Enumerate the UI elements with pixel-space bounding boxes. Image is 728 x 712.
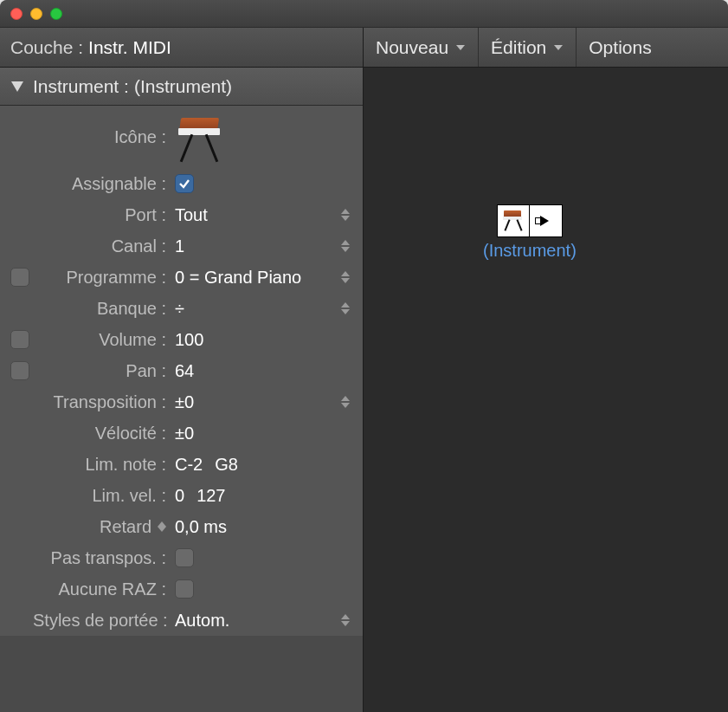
delay-field[interactable]: 0,0 ms [171, 517, 356, 537]
svg-marker-13 [341, 614, 350, 619]
note-limit-high[interactable]: G8 [215, 455, 238, 475]
env-object-icon-tile [497, 204, 530, 237]
pan-value: 64 [175, 361, 194, 381]
delay-mode-stepper[interactable] [158, 521, 166, 532]
svg-marker-8 [341, 309, 350, 314]
channel-field[interactable]: 1 [171, 236, 356, 256]
prop-label-channel: Canal : [33, 236, 171, 256]
prop-label-bank: Banque : [33, 299, 171, 319]
velocity-value: ±0 [175, 424, 194, 443]
svg-marker-6 [341, 278, 350, 283]
svg-marker-12 [158, 527, 166, 532]
prop-label-transpose: Transposition : [33, 392, 171, 412]
transpose-value: ±0 [175, 392, 194, 412]
prop-label-port: Port : [33, 205, 171, 225]
svg-marker-9 [341, 396, 350, 401]
staff-style-value: Autom. [175, 611, 229, 631]
stepper-icon[interactable] [338, 235, 352, 257]
prop-label-velocity: Vélocité : [33, 424, 171, 443]
prop-label-no-transpose: Pas transpos. : [33, 548, 171, 568]
close-window-button[interactable] [10, 8, 23, 20]
stepper-icon[interactable] [338, 266, 352, 288]
pan-enable-checkbox[interactable] [10, 361, 29, 380]
svg-marker-14 [341, 621, 350, 626]
stepper-icon[interactable] [338, 297, 352, 320]
assignable-checkbox[interactable] [175, 174, 194, 193]
layer-selector[interactable]: Couche : Instr. MIDI [0, 28, 363, 68]
program-enable-checkbox[interactable] [10, 268, 29, 287]
prop-label-pan: Pan : [33, 361, 171, 381]
env-object-output-tile [530, 204, 563, 237]
pan-field[interactable]: 64 [171, 361, 356, 381]
section-prefix: Instrument : [33, 76, 129, 97]
layer-value: Instr. MIDI [88, 37, 171, 58]
titlebar [0, 0, 728, 28]
transpose-field[interactable]: ±0 [171, 392, 356, 412]
note-limit-low[interactable]: C-2 [175, 455, 203, 475]
volume-enable-checkbox[interactable] [10, 330, 29, 349]
no-transpose-checkbox[interactable] [175, 548, 194, 567]
edit-menu-label: Édition [491, 37, 546, 58]
channel-value: 1 [175, 236, 184, 256]
svg-marker-4 [341, 247, 350, 252]
svg-marker-1 [341, 209, 350, 214]
prop-label-volume: Volume : [33, 330, 171, 350]
zoom-window-button[interactable] [50, 8, 62, 20]
volume-value: 100 [175, 330, 203, 350]
prop-label-program: Programme : [33, 268, 171, 288]
svg-marker-16 [554, 45, 563, 50]
inspector-panel: Couche : Instr. MIDI Instrument : (Instr… [0, 28, 364, 712]
synth-on-stand-icon [501, 209, 525, 233]
environment-canvas[interactable]: (Instrument) [364, 68, 728, 712]
staff-style-field[interactable]: Autom. [171, 611, 356, 631]
options-menu[interactable]: Options [577, 28, 663, 67]
disclosure-triangle-icon [10, 81, 24, 93]
vel-limit-low[interactable]: 0 [175, 486, 184, 506]
vel-limit-high[interactable]: 127 [196, 486, 225, 506]
svg-marker-10 [341, 403, 350, 408]
minimize-window-button[interactable] [30, 8, 42, 20]
port-value: Tout [175, 205, 208, 225]
environment-object-instrument[interactable]: (Instrument) [483, 204, 577, 261]
new-menu[interactable]: Nouveau [364, 28, 479, 67]
env-object-label: (Instrument) [483, 241, 577, 261]
no-reset-checkbox[interactable] [175, 579, 194, 599]
stepper-icon[interactable] [338, 391, 352, 413]
stepper-icon[interactable] [338, 204, 352, 226]
environment-workspace: Nouveau Édition Options [364, 28, 728, 712]
section-object-name: (Instrument) [134, 76, 232, 97]
synth-on-stand-icon [175, 113, 227, 161]
prop-label-no-reset: Aucune RAZ : [33, 579, 171, 599]
env-object-tiles [497, 204, 563, 237]
svg-marker-5 [341, 271, 350, 276]
prop-label-note-limit: Lim. note : [33, 455, 171, 475]
bank-value: ÷ [175, 299, 184, 319]
prop-label-icon: Icône : [33, 127, 171, 147]
prop-label-staff-style: Styles de portée : [33, 611, 171, 631]
port-field[interactable]: Tout [171, 205, 356, 225]
svg-marker-7 [341, 302, 350, 307]
chevron-down-icon [455, 44, 466, 51]
bank-field[interactable]: ÷ [171, 299, 356, 319]
delay-value: 0,0 ms [175, 517, 227, 537]
volume-field[interactable]: 100 [171, 330, 356, 350]
new-menu-label: Nouveau [376, 37, 448, 58]
svg-marker-2 [341, 216, 350, 221]
prop-label-assignable: Assignable : [33, 174, 171, 194]
velocity-field[interactable]: ±0 [171, 424, 356, 443]
svg-marker-3 [341, 240, 350, 245]
section-header[interactable]: Instrument : (Instrument) [0, 68, 363, 106]
chevron-down-icon [553, 44, 564, 51]
prop-label-delay: Retard [100, 517, 151, 537]
icon-picker[interactable] [171, 111, 356, 163]
svg-marker-15 [456, 45, 465, 50]
program-value: 0 = Grand Piano [175, 268, 301, 288]
prop-label-vel-limit: Lim. vel. : [33, 486, 171, 506]
edit-menu[interactable]: Édition [479, 28, 577, 67]
program-field[interactable]: 0 = Grand Piano [171, 268, 356, 288]
stepper-icon[interactable] [338, 609, 352, 631]
output-arrow-icon [540, 216, 549, 226]
workspace-toolbar: Nouveau Édition Options [364, 28, 728, 68]
svg-marker-0 [11, 81, 23, 92]
layer-label: Couche : [10, 37, 83, 58]
